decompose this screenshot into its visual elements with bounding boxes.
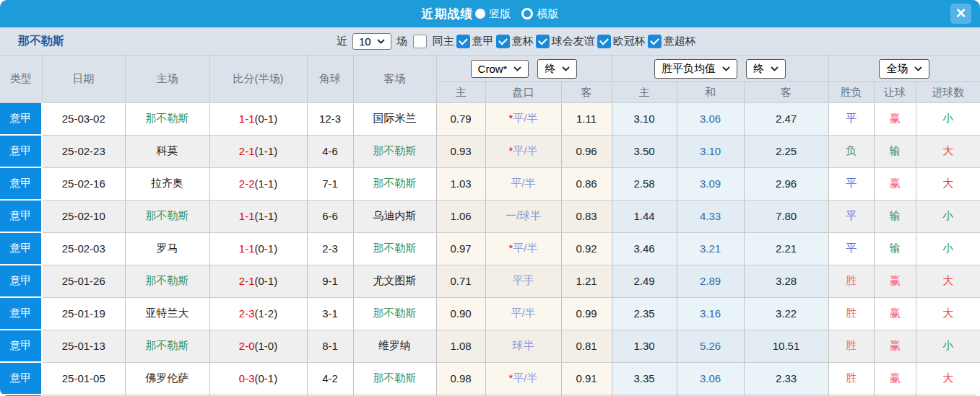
score-cell: 1-1(1-1) xyxy=(209,200,307,232)
home-cell: 那不勒斯 xyxy=(125,103,209,136)
handicap-text: 平/半 xyxy=(511,177,535,189)
date-cell: 25-01-13 xyxy=(42,330,125,362)
league-checkbox-coppa[interactable] xyxy=(496,35,510,48)
avg-draw-odds-cell: 3.10 xyxy=(677,135,744,167)
vertical-radio-selected-icon[interactable] xyxy=(475,9,485,19)
crow-home-odds-cell: 1.03 xyxy=(436,167,485,200)
handicap-cell: *平/半 xyxy=(485,232,561,265)
date-cell: 25-02-10 xyxy=(42,200,125,232)
score-cell: 2-1(1-1) xyxy=(209,135,307,167)
home-cell: 罗马 xyxy=(125,232,209,265)
crow-home-odds-cell: 0.90 xyxy=(436,297,485,330)
subheader-avg-home: 主 xyxy=(612,82,677,103)
fulltime-select[interactable]: 全场 xyxy=(879,59,929,79)
handicap-text: 平/半 xyxy=(511,307,535,319)
chevron-down-icon xyxy=(722,66,730,71)
outcome-cell: 负 xyxy=(828,135,874,167)
away-cell: 国际米兰 xyxy=(353,103,436,136)
results-table-body: 意甲 25-03-02 那不勒斯 1-1(0-1) 12-3 国际米兰 0.79… xyxy=(0,103,980,396)
outcome-cell: 胜 xyxy=(828,265,874,297)
handicap-cell: 平/半 xyxy=(485,167,561,200)
results-table: 类型 日期 主场 比分(半场) 角球 客场 Crow* 终 xyxy=(0,56,980,396)
fulltime-score: 2-2 xyxy=(239,177,255,190)
crow-home-odds-cell: 0.93 xyxy=(436,135,485,167)
avg-draw-odds-cell: 3.16 xyxy=(677,297,744,330)
league-checkbox-ucl[interactable] xyxy=(597,35,611,48)
score-cell: 0-3(0-1) xyxy=(209,362,307,395)
crow-away-odds-cell: 0.83 xyxy=(561,200,612,232)
check-icon xyxy=(538,35,547,45)
goals-cell: 小 xyxy=(916,330,980,362)
crow-odds-group: Crow* 终 xyxy=(436,56,612,82)
near-label: 近 xyxy=(337,35,347,48)
handicap-cell: 一/球半 xyxy=(485,200,561,232)
away-cell: 尤文图斯 xyxy=(353,265,436,297)
avg-home-odds-cell: 2.49 xyxy=(612,265,677,297)
league-cell: 意甲 xyxy=(0,297,42,330)
goals-cell: 大 xyxy=(916,265,980,297)
halftime-score: (0-1) xyxy=(255,372,278,384)
avg-away-odds-cell: 10.51 xyxy=(744,330,828,362)
filters: 近 10 场 同主 意甲 意杯 球会友谊 欧冠杯 意超杯 xyxy=(334,27,698,55)
score-cell: 1-1(0-1) xyxy=(209,232,307,265)
score-cell: 2-3(1-2) xyxy=(209,297,307,330)
score-cell: 2-1(0-1) xyxy=(209,265,307,297)
header-type: 类型 xyxy=(0,56,42,103)
avg-odds-group: 胜平负均值 终 xyxy=(612,56,828,82)
handicap-text: 平/半 xyxy=(513,144,537,157)
handicap-text: 平手 xyxy=(513,274,534,286)
table-row: 意甲 25-02-10 那不勒斯 1-1(1-1) 6-6 乌迪内斯 1.06 … xyxy=(0,200,980,232)
outcome-cell: 胜 xyxy=(828,297,874,330)
away-cell: 那不勒斯 xyxy=(353,135,436,167)
home-cell: 那不勒斯 xyxy=(125,200,209,232)
horizontal-radio-label[interactable]: 横版 xyxy=(537,7,559,21)
league-checkbox-serie-a[interactable] xyxy=(456,35,470,48)
bookmaker-select[interactable]: Crow* xyxy=(471,60,529,78)
corner-cell: 7-1 xyxy=(307,167,353,200)
avg-away-odds-cell: 2.47 xyxy=(744,103,828,136)
away-cell: 那不勒斯 xyxy=(353,297,436,330)
crow-home-odds-cell: 1.06 xyxy=(436,200,485,232)
avg-draw-odds-cell: 2.89 xyxy=(677,265,744,297)
fulltime-score: 0-3 xyxy=(239,372,255,384)
avg-home-odds-cell: 2.58 xyxy=(612,167,677,200)
league-checkbox-supercoppa[interactable] xyxy=(648,35,662,48)
corner-cell: 8-1 xyxy=(307,330,353,362)
subheader-crow-home: 主 xyxy=(436,82,485,103)
subheader-avg-draw: 和 xyxy=(677,82,744,103)
league-checkbox-friendly[interactable] xyxy=(536,35,550,48)
table-row: 意甲 25-01-13 那不勒斯 2-0(1-0) 8-1 维罗纳 1.08 球… xyxy=(0,330,980,362)
handicap-outcome-cell: 输 xyxy=(874,200,916,232)
goals-cell: 大 xyxy=(916,135,980,167)
avg-type-select[interactable]: 胜平负均值 xyxy=(654,59,737,79)
vertical-radio-label[interactable]: 竖版 xyxy=(490,7,511,21)
league-label-serie-a: 意甲 xyxy=(472,35,494,48)
crow-home-odds-cell: 0.79 xyxy=(436,103,485,136)
close-button[interactable]: × xyxy=(950,4,971,24)
avg-home-odds-cell: 2.35 xyxy=(612,297,677,330)
crow-away-odds-cell: 0.91 xyxy=(561,362,612,395)
subheader-crow-away: 客 xyxy=(561,82,612,103)
horizontal-radio-icon[interactable] xyxy=(521,8,533,19)
header-corner: 角球 xyxy=(307,56,353,103)
away-cell: 维罗纳 xyxy=(353,330,436,362)
avg-home-odds-cell: 3.10 xyxy=(612,103,677,136)
match-count-select[interactable]: 10 xyxy=(352,33,391,50)
halftime-score: (1-1) xyxy=(255,177,278,190)
home-cell: 拉齐奥 xyxy=(125,167,209,200)
home-cell: 那不勒斯 xyxy=(125,330,209,362)
league-cell: 意甲 xyxy=(0,200,42,232)
table-row: 意甲 25-01-19 亚特兰大 2-3(1-2) 3-1 那不勒斯 0.90 … xyxy=(0,297,980,330)
handicap-text: 平/半 xyxy=(513,242,537,254)
avg-time-select[interactable]: 终 xyxy=(746,59,786,79)
halftime-score: (1-1) xyxy=(255,210,278,222)
halftime-score: (0-1) xyxy=(255,275,278,287)
same-home-checkbox[interactable] xyxy=(413,35,427,48)
crow-time-select[interactable]: 终 xyxy=(537,59,577,79)
check-icon xyxy=(459,35,468,45)
table-row: 意甲 25-01-05 佛罗伦萨 0-3(0-1) 4-2 那不勒斯 0.98 … xyxy=(0,362,980,395)
league-label-coppa: 意杯 xyxy=(512,35,534,48)
filter-bar: 那不勒斯 近 10 场 同主 意甲 意杯 球会友谊 欧冠杯 意超杯 xyxy=(0,27,980,56)
fulltime-score: 2-1 xyxy=(239,145,255,157)
handicap-text: 平/半 xyxy=(513,112,537,124)
